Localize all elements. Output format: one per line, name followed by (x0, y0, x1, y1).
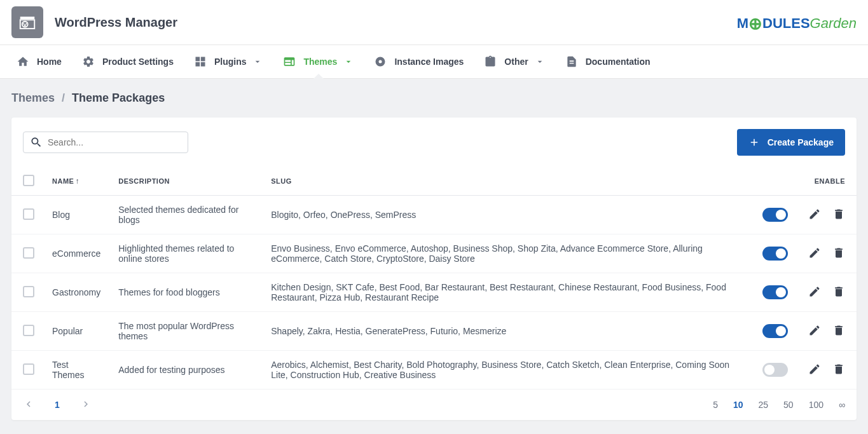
trash-icon (832, 324, 845, 337)
next-page[interactable] (80, 398, 92, 412)
delete-button[interactable] (832, 324, 845, 339)
table-row: Test Themes Added for testing purposes A… (11, 351, 857, 390)
pencil-icon (808, 208, 821, 220)
search-box[interactable] (23, 132, 188, 153)
widgets-icon (194, 55, 207, 68)
clipboard-icon (484, 55, 497, 68)
nav-themes[interactable]: Themes (273, 45, 364, 78)
svg-rect-0 (20, 17, 35, 19)
table-row: Gastronomy Themes for food bloggers Kitc… (11, 273, 857, 312)
prev-page[interactable] (23, 398, 34, 412)
page-title: WordPress Manager (55, 15, 177, 30)
pencil-icon (808, 324, 821, 337)
enable-toggle[interactable] (762, 285, 788, 299)
nav-home[interactable]: Home (6, 45, 72, 78)
chevron-down-icon (252, 57, 263, 67)
page-number[interactable]: 1 (47, 397, 67, 412)
row-description: Added for testing purposes (109, 351, 262, 390)
disc-icon (374, 55, 387, 68)
edit-button[interactable] (808, 285, 821, 300)
web-icon (283, 55, 296, 68)
row-slug: Envo Business, Envo eCommerce, Autoshop,… (262, 234, 754, 273)
delete-button[interactable] (832, 363, 845, 377)
nav-documentation[interactable]: Documentation (555, 45, 661, 78)
page-size-option[interactable]: 5 (713, 400, 718, 410)
enable-toggle[interactable] (762, 324, 788, 338)
breadcrumb-current: Theme Packages (72, 92, 165, 104)
edit-button[interactable] (808, 324, 821, 339)
pencil-icon (808, 363, 821, 376)
document-icon (565, 55, 578, 68)
content-panel: Create Package NAME↑ DESCRIPTION SLUG EN… (11, 118, 857, 420)
select-all-checkbox[interactable] (23, 175, 34, 186)
page-size-option[interactable]: 25 (759, 400, 769, 410)
table-row: Popular The most popular WordPress theme… (11, 312, 857, 351)
enable-toggle[interactable] (762, 208, 788, 222)
row-description: The most popular WordPress themes (109, 312, 262, 351)
row-name: Test Themes (43, 351, 109, 390)
page-size-option[interactable]: 100 (809, 400, 823, 410)
enable-toggle[interactable] (762, 247, 788, 261)
pagination-controls: 1 (23, 397, 92, 412)
trash-icon (832, 208, 845, 220)
delete-button[interactable] (832, 285, 845, 300)
enable-toggle[interactable] (762, 363, 788, 377)
breadcrumb-parent[interactable]: Themes (11, 92, 55, 104)
row-checkbox[interactable] (23, 325, 34, 336)
row-checkbox[interactable] (23, 363, 34, 375)
pencil-icon (808, 247, 821, 259)
delete-button[interactable] (832, 247, 845, 261)
row-checkbox[interactable] (23, 247, 34, 259)
row-slug: Blogito, Orfeo, OnePress, SemPress (262, 196, 754, 234)
search-icon (30, 136, 43, 149)
breadcrumb: Themes / Theme Packages (0, 79, 868, 118)
header: WordPress Manager M⊕DULESGarden (0, 0, 868, 45)
brand-logo[interactable]: M⊕DULESGarden (737, 13, 857, 32)
main-nav: Home Product Settings Plugins Themes Ins… (0, 45, 868, 79)
page-size-option[interactable]: ∞ (839, 400, 845, 410)
pencil-icon (808, 285, 821, 298)
row-slug: Shapely, Zakra, Hestia, GeneratePress, F… (262, 312, 754, 351)
nav-product-settings[interactable]: Product Settings (72, 45, 184, 78)
nav-plugins[interactable]: Plugins (184, 45, 273, 78)
col-slug[interactable]: SLUG (262, 167, 754, 196)
edit-button[interactable] (808, 208, 821, 222)
col-name[interactable]: NAME↑ (43, 167, 109, 196)
panel-toolbar: Create Package (11, 118, 857, 167)
trash-icon (832, 247, 845, 259)
sort-asc-icon: ↑ (75, 177, 79, 186)
trash-icon (832, 363, 845, 376)
create-package-button[interactable]: Create Package (737, 129, 845, 156)
col-enable: ENABLE (754, 167, 857, 196)
row-name: eCommerce (43, 234, 109, 273)
packages-table: NAME↑ DESCRIPTION SLUG ENABLE Blog Selec… (11, 167, 857, 389)
wordpress-icon (18, 13, 37, 32)
row-checkbox[interactable] (23, 208, 34, 220)
table-row: Blog Selected themes dedicated for blogs… (11, 196, 857, 234)
app-icon (11, 6, 43, 38)
trash-icon (832, 285, 845, 298)
page-size-option[interactable]: 10 (733, 400, 743, 410)
col-description[interactable]: DESCRIPTION (109, 167, 262, 196)
edit-button[interactable] (808, 363, 821, 377)
row-checkbox[interactable] (23, 286, 34, 297)
row-slug: Aerobics, Alchemist, Best Charity, Bold … (262, 351, 754, 390)
chevron-left-icon (23, 398, 34, 410)
row-slug: Kitchen Design, SKT Cafe, Best Food, Bar… (262, 273, 754, 312)
chevron-down-icon (343, 57, 354, 67)
nav-other[interactable]: Other (474, 45, 555, 78)
page-size-option[interactable]: 50 (783, 400, 794, 410)
table-row: eCommerce Highlighted themes related to … (11, 234, 857, 273)
pagination: 1 5102550100∞ (11, 389, 857, 420)
header-left: WordPress Manager (11, 6, 177, 38)
delete-button[interactable] (832, 208, 845, 222)
svg-point-4 (379, 60, 382, 64)
search-input[interactable] (48, 137, 181, 147)
edit-button[interactable] (808, 247, 821, 261)
chevron-down-icon (535, 57, 545, 67)
page-size-selector: 5102550100∞ (713, 400, 845, 410)
chevron-right-icon (80, 398, 92, 410)
row-description: Highlighted themes related to online sto… (109, 234, 262, 273)
gear-icon (82, 55, 95, 68)
nav-instance-images[interactable]: Instance Images (364, 45, 474, 78)
